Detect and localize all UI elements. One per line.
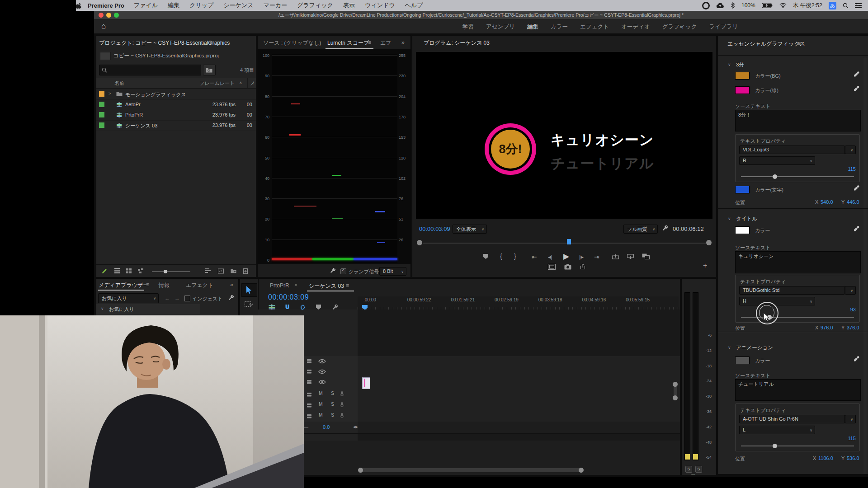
sync-lock-icon[interactable] [307,403,312,408]
media-browser-menu-icon[interactable]: ≡ [146,282,149,288]
master-level-value[interactable]: 0.0 [323,424,330,430]
color-swatch-line[interactable] [735,86,750,94]
eg-layer-name[interactable]: タイトル [736,216,757,222]
source-text-area[interactable]: チュートリアル [735,379,861,401]
eg-layer-name[interactable]: 3分 [736,61,744,68]
menubar-item[interactable]: マーカー [264,1,288,9]
font-style-dropdown[interactable]: L∨ [739,426,815,434]
new-item-icon[interactable] [243,268,249,274]
automate-to-sequence-icon[interactable] [218,268,224,274]
project-row[interactable]: AetoPr23.976 fps00 [96,99,256,110]
window-titlebar[interactable]: /ユーザ/mikiomakino/Google Drive/DreamLine … [94,11,868,20]
sort-ascending-icon[interactable]: ∧ [239,80,242,85]
font-family-dropdown-button[interactable]: ∨ [845,415,856,423]
mute-button[interactable]: M [317,391,324,397]
extract-icon[interactable] [627,254,634,259]
font-size-slider[interactable] [741,176,854,177]
comparison-view-icon[interactable] [642,253,650,259]
item-name[interactable]: シーケンス 03 [125,122,157,129]
track-select-tool-icon[interactable] [245,300,254,308]
solo-right-button[interactable]: S [695,466,702,473]
color-swatch[interactable] [735,357,750,364]
collapse-icon[interactable]: ∨ [728,216,731,221]
solo-button[interactable]: S [329,413,336,419]
column-name[interactable]: 名前 [114,80,124,87]
effects-tab-truncated[interactable]: エフ [380,39,392,47]
collapse-icon[interactable]: ∨ [728,345,731,350]
program-video-frame[interactable]: 8分! キュリオシーン チュートリアル [416,52,712,219]
timeline-timecode[interactable]: 00:00:03:09 [268,293,309,301]
project-row[interactable]: >モーショングラフィックス [96,89,256,100]
essential-graphics-tab[interactable]: エッセンシャルグラフィックス [727,40,805,48]
lift-icon[interactable] [612,254,619,259]
position-y-value[interactable]: 376.0 [847,325,859,330]
sync-lock-icon[interactable] [307,392,312,397]
source-text-area[interactable]: 8分！ [735,110,861,131]
project-row[interactable]: シーケンス 0323.976 fps00 [96,120,256,131]
hscroll-left-handle[interactable] [358,468,363,473]
sync-lock-icon[interactable] [307,369,312,374]
list-view-icon[interactable] [114,268,120,273]
item-name[interactable]: AetoPr [125,102,141,107]
horizontal-scrollbar[interactable] [360,468,580,472]
font-family-dropdown-button[interactable]: ∨ [845,145,856,154]
tree-collapse-icon[interactable]: ∨ [101,306,104,311]
menubar-item[interactable]: ウィンドウ [365,1,395,9]
eyedropper-icon[interactable] [854,226,859,232]
ingest-settings-wrench-icon[interactable] [228,295,234,301]
home-icon[interactable]: ⌂ [101,22,106,31]
item-name[interactable]: PrtoPrR [125,112,143,117]
audio-track-lane[interactable] [358,400,680,411]
hscroll-right-handle[interactable] [579,468,584,473]
ingest-checkbox[interactable] [184,296,190,301]
font-family-dropdown[interactable]: TBUDGothic Std [739,286,845,295]
program-panel-menu-icon[interactable]: ≡ [478,39,481,46]
audio-track-lane[interactable] [358,389,680,400]
close-tab-icon[interactable]: × [294,282,297,288]
thumbnail-zoom-slider[interactable] [152,271,190,272]
lumetri-scope-tab[interactable]: Lumetri スコープ [327,39,369,47]
eyedropper-icon[interactable] [854,86,859,92]
voiceover-mic-icon[interactable] [340,391,344,398]
timeline-clip[interactable] [362,377,370,389]
workspace-tab[interactable]: アセンブリ [486,23,515,31]
track-visibility-eye-icon[interactable] [318,369,326,374]
font-size-slider[interactable] [741,446,854,446]
control-center-icon[interactable] [855,3,862,8]
video-track-lane[interactable] [358,356,680,367]
favorites-dropdown[interactable]: お気に入り∨ [98,293,159,303]
mark-in-icon[interactable]: { [500,253,502,259]
forward-arrow-icon[interactable]: → [175,295,180,301]
effects-tab[interactable]: エフェクト [186,282,213,289]
playback-quality-dropdown[interactable]: フル画質∨ [623,225,658,234]
column-framerate[interactable]: フレームレート [199,80,235,87]
clamp-signal-checkbox[interactable]: ✓ [340,268,346,274]
font-family-dropdown[interactable]: VDL-LogoG [739,145,845,154]
media-browser-tab[interactable]: メディアブラウザー [99,282,148,289]
slider-handle[interactable] [773,174,777,179]
menubar-item[interactable]: 編集 [168,1,179,9]
font-family-dropdown-button[interactable]: ∨ [845,286,856,295]
zoom-slider-handle[interactable] [164,270,167,273]
track-visibility-eye-icon[interactable] [318,380,326,385]
menubar-item[interactable]: グラフィック [297,1,333,9]
tree-item-favorites[interactable]: お気に入り [109,306,134,313]
go-to-in-icon[interactable]: ⇤ [532,253,537,260]
button-editor-plus-icon[interactable]: + [703,262,707,270]
menubar-item[interactable]: シーケンス [223,1,253,9]
expand-icon[interactable]: > [108,91,111,96]
workspace-tab[interactable]: エフェクト [580,23,609,31]
eg-layer-name[interactable]: アニメーション [736,344,773,351]
menubar-item[interactable]: ファイル [134,1,158,9]
project-home-icon[interactable] [100,52,111,60]
export-frame-camera-icon[interactable] [564,264,571,270]
video-track-lane[interactable] [358,366,680,377]
font-size-value[interactable]: 115 [848,436,856,441]
workspace-tab[interactable]: 編集 [527,23,538,31]
scrubber-left-handle[interactable] [417,240,422,245]
wifi-icon[interactable] [779,3,787,8]
project-panel-menu-icon[interactable]: ≡ [209,39,212,46]
item-name[interactable]: モーショングラフィックス [125,91,186,98]
label-color-swatch[interactable] [99,102,104,107]
workspace-tab[interactable]: 学習 [462,23,474,31]
